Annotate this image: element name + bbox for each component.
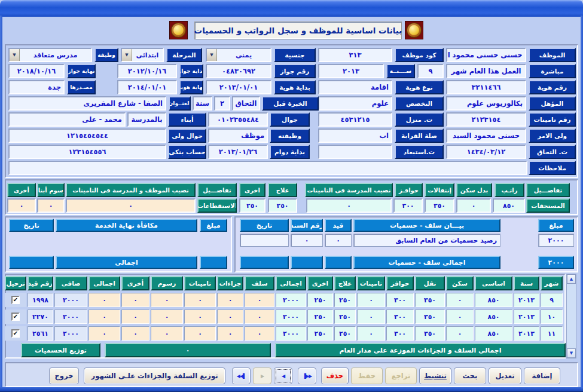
dues-salary-cell[interactable]: ٨٥٠	[493, 198, 525, 213]
month-cell-r1-c9[interactable]: ٢٠٠٠	[276, 310, 306, 324]
notes-field[interactable]	[8, 161, 527, 175]
experience-word-field[interactable]: التحاق	[232, 96, 260, 111]
month-cell-r0-c12[interactable]: ٠	[184, 293, 216, 307]
month-cell-r0-c10[interactable]: ٠	[245, 293, 274, 307]
month-cell-r2-c13[interactable]: ٠	[151, 326, 183, 341]
month-cell-r1-c15[interactable]: ٠	[88, 310, 120, 324]
months-scrollbar[interactable]: ▲ ▼	[566, 274, 576, 359]
experience-years-field[interactable]: ٢	[214, 96, 230, 111]
save-button[interactable]: حفظ	[351, 368, 383, 384]
month-cell-r2-c7[interactable]: ٢٥٠	[334, 326, 356, 341]
deductions-insurance-share-cell[interactable]: ٠	[66, 198, 196, 213]
month-cell-r0-c0[interactable]: ٩	[541, 293, 563, 307]
month-cell-r0-c7[interactable]: ٢٥٠	[334, 293, 356, 307]
children-school-field[interactable]: بالمدرسة	[127, 112, 166, 127]
deductions-other-cell[interactable]: ٠	[7, 198, 36, 213]
month-cell-r2-c0[interactable]: ١١	[541, 326, 563, 341]
work-this-year-field[interactable]: العمل هذا العام شهر	[446, 64, 526, 78]
deductions-children-fees-cell[interactable]: ٠	[37, 198, 65, 213]
month-cell-r1-c0[interactable]: ١٠	[541, 310, 563, 324]
nav-next-record-button[interactable]: ▶	[253, 368, 271, 384]
address-field[interactable]: الصفا - شارع المقريزى	[8, 96, 166, 111]
employee-name-field[interactable]: كريم حسنى حسنى محمود السيد	[446, 48, 526, 62]
month-cell-r2-c14[interactable]: ٠	[121, 326, 149, 341]
stage-dropdown[interactable]: ▼ابتدائى	[121, 48, 164, 62]
month-cell-r1-c17[interactable]: ٢٢٧٠	[28, 310, 53, 324]
dropdown-arrow-icon[interactable]: ▼	[10, 49, 20, 61]
month-cell-r2-c1[interactable]: ٢٠١٣	[514, 326, 539, 341]
children-names-field[interactable]: محمد - على	[8, 112, 126, 127]
transfer-checkbox[interactable]: ✔	[11, 329, 20, 338]
window-titlebar[interactable]	[0, 0, 583, 17]
month-cell-r2-c2[interactable]: ٨٥٠	[475, 326, 512, 341]
month-cell-r0-c3[interactable]: ٠	[446, 293, 474, 307]
month-cell-r2-c15[interactable]: ٠	[88, 326, 120, 341]
month-cell-r1-c1[interactable]: ٢٠١٣	[514, 310, 539, 324]
dues-other-cell[interactable]: ٢٥٠	[239, 198, 265, 213]
month-cell-r0-c15[interactable]: ٠	[88, 293, 120, 307]
month-cell-r0-c4[interactable]: ٣٥٠	[415, 293, 445, 307]
id-type-field[interactable]: اقامة	[318, 80, 392, 94]
dues-medical-cell[interactable]: ٢٥٠	[268, 198, 297, 213]
his-job-field[interactable]: موظف	[208, 128, 268, 143]
month-cell-r2-c16[interactable]: ٢٠٠٠	[54, 326, 87, 341]
month-cell-r0-c8[interactable]: ٢٥٠	[307, 293, 333, 307]
month-cell-r0-c6[interactable]: ٠	[357, 293, 385, 307]
month-cell-r1-c10[interactable]: ٠	[245, 310, 274, 324]
month-cell-r2-c6[interactable]: ٠	[357, 326, 385, 341]
month-cell-r2-c12[interactable]: ٠	[184, 326, 216, 341]
loan-row-statement[interactable]: رصيد حسميات من العام السابق	[353, 234, 500, 247]
issuer-field[interactable]: جدة	[8, 80, 65, 94]
month-cell-r2-c5[interactable]: ٣٠٠	[386, 326, 414, 341]
month-cell-r1-c4[interactable]: ٣٥٠	[415, 310, 445, 324]
month-cell-r1-c13[interactable]: ٠	[151, 310, 183, 324]
dues-incentives-cell[interactable]: ٣٠٠	[393, 198, 423, 213]
activate-button[interactable]: تنشيط	[419, 368, 451, 384]
month-cell-r0-c16[interactable]: ٢٠٠٠	[54, 293, 87, 307]
nav-first-record-button[interactable]: ▌◀◀	[232, 368, 251, 384]
month-cell-r2-c4[interactable]: ٣٥٠	[415, 326, 445, 341]
month-cell-r1-c6[interactable]: ٠	[357, 310, 385, 324]
guardian-field[interactable]: حسنى محمود السيد	[446, 128, 526, 143]
month-cell-r1-c8[interactable]: ٢٥٠	[307, 310, 333, 324]
passport-start-field[interactable]: ٢٠١٢/١٠/١٦	[117, 64, 177, 78]
bank-account-field[interactable]: ١٢٣١٥٤٥٥٦	[8, 145, 166, 159]
passport-end-field[interactable]: ٢٠١٨/١٠/١٦	[8, 64, 65, 78]
kinship-field[interactable]: اب	[318, 128, 392, 143]
month-cell-r1-c3[interactable]: ٠	[446, 310, 474, 324]
nav-previous-record-button[interactable]: ◀	[274, 368, 292, 384]
insurance-no-field[interactable]: ٢١٢٣١٥٤	[446, 112, 526, 127]
month-cell-r1-c12[interactable]: ٠	[184, 310, 216, 324]
month-cell-r1-c16[interactable]: ٢٠٠٠	[54, 310, 87, 324]
id-end-field[interactable]: ٢٠١٤/٠١/٠١	[117, 80, 177, 94]
scroll-down-icon[interactable]: ▼	[567, 348, 576, 358]
month-cell-r2-c3[interactable]: ٠	[446, 326, 474, 341]
month-cell-r1-c11[interactable]: ٠	[217, 310, 243, 324]
month-cell-r1-c2[interactable]: ٨٥٠	[475, 310, 512, 324]
undo-button[interactable]: تراجع	[385, 368, 417, 384]
month-cell-r0-c9[interactable]: ٢٠٠٠	[276, 293, 306, 307]
exit-button[interactable]: خروج	[49, 368, 79, 384]
month-cell-r0-c1[interactable]: ٢٠١٣	[514, 293, 539, 307]
add-button[interactable]: إضافة	[524, 368, 560, 384]
job-dropdown[interactable]: ▼مدرس متعاقد	[8, 48, 92, 62]
month-cell-r2-c11[interactable]: ٠	[217, 326, 243, 341]
loan-row-amount[interactable]: ٢٠٠٠	[538, 234, 574, 247]
passport-no-field[interactable]: ٠٤٨٣٠٦٩٢	[206, 64, 271, 78]
distribute-button[interactable]: توزيع السلفة والجزاءات علـى الشهور	[84, 368, 225, 384]
emp-code-field[interactable]: ٣١٣	[318, 48, 392, 62]
exclude-date-field[interactable]	[318, 145, 392, 159]
month-cell-r1-c14[interactable]: ٠	[121, 310, 149, 324]
month-cell-r2-c10[interactable]: ٠	[245, 326, 274, 341]
nav-last-record-button[interactable]: ▶▶▐	[298, 368, 316, 384]
qualification-field[interactable]: بكالوريوس علوم	[446, 96, 526, 111]
dues-transport-cell[interactable]: ٣٥٠	[425, 198, 454, 213]
search-button[interactable]: بحث	[454, 368, 486, 384]
guardian-mobile-field[interactable]: ١٢١٥٤٥٤٥٤٤	[8, 128, 166, 143]
loan-row-qaid[interactable]: ٠	[325, 234, 352, 247]
experience-unit-field[interactable]: سنة	[193, 96, 212, 111]
month-cell-r2-c17[interactable]: ٢٥٦١	[28, 326, 53, 341]
month-cell-r0-c17[interactable]: ١٩٩٨	[28, 293, 53, 307]
dropdown-arrow-icon[interactable]: ▼	[207, 49, 217, 61]
work-start-field[interactable]: ٢٠١٣/٠١/٢٦	[208, 145, 268, 159]
